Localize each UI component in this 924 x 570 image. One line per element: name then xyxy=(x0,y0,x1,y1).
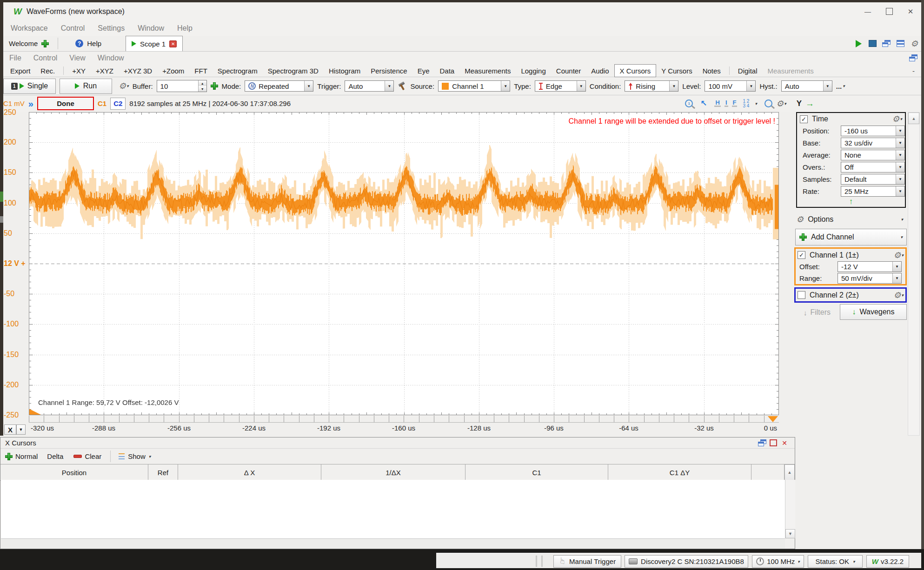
zoom-options-icon[interactable] xyxy=(764,99,772,107)
plot-settings-button[interactable]: ⚙▾ xyxy=(776,99,786,108)
toolbar-y-cursors[interactable]: Y Cursors xyxy=(656,65,697,77)
toolbar-xy[interactable]: +XY xyxy=(67,65,91,77)
y-expand-icon[interactable]: → xyxy=(805,99,814,109)
oversampling-select[interactable]: Off▼ xyxy=(841,162,905,172)
time-checkbox[interactable]: ✓ xyxy=(800,115,808,123)
cascade-windows-button[interactable] xyxy=(879,37,893,50)
tab-help[interactable]: ? Help xyxy=(68,36,109,51)
spinner-up-icon[interactable]: ▲ xyxy=(199,80,206,86)
range-select[interactable]: 50 mV/div▼ xyxy=(838,273,902,284)
toolbar-spectrogram3d[interactable]: Spectrogram 3D xyxy=(263,65,324,77)
quick-measure-numbers-icon[interactable]: 1 2 3 4 xyxy=(741,99,751,108)
freq-measure-icon[interactable]: F xyxy=(732,100,738,107)
horizontal-measure-icon[interactable]: H xyxy=(714,100,720,107)
mode-select[interactable]: N Repeated ▼ xyxy=(245,80,313,92)
version-button[interactable]: W v3.22.2 xyxy=(866,555,909,568)
offset-select[interactable]: -12 V▼ xyxy=(838,261,902,272)
status-button[interactable]: Status: OK ▾ xyxy=(808,555,863,568)
time-settings-button[interactable]: ⚙▾ xyxy=(892,115,902,123)
toolbar-spectrogram[interactable]: Spectrogram xyxy=(213,65,263,77)
minimize-button[interactable]: — xyxy=(857,2,878,20)
run-button[interactable]: Run xyxy=(60,79,112,94)
toolbar-xyz3d[interactable]: +XYZ 3D xyxy=(119,65,157,77)
toolbar-measurements[interactable]: Measurements xyxy=(459,65,516,77)
toolbar-counter[interactable]: Counter xyxy=(551,65,586,77)
toolbar-fft[interactable]: FFT xyxy=(189,65,213,77)
chevron-down-icon[interactable]: ▾ xyxy=(755,101,757,106)
clear-cursors-button[interactable]: Clear xyxy=(71,452,104,460)
add-buffer-icon[interactable] xyxy=(211,82,218,90)
column-delta-x[interactable]: Δ X xyxy=(178,464,321,480)
tab-scope[interactable]: Scope 1 ✕ xyxy=(126,36,183,51)
menu-window[interactable]: Window xyxy=(131,24,171,33)
side-panel-scrollbar[interactable]: ▲ xyxy=(908,112,920,436)
menu-settings[interactable]: Settings xyxy=(91,24,131,33)
toolbar-data[interactable]: Data xyxy=(435,65,460,77)
x-axis-button[interactable]: X xyxy=(4,424,16,435)
show-columns-button[interactable]: Show ▾ xyxy=(117,452,153,460)
menu-workspace[interactable]: Workspace xyxy=(4,24,54,33)
panel-float-button[interactable] xyxy=(757,438,768,448)
scope-menu-window[interactable]: Window xyxy=(92,54,130,62)
expand-icon[interactable]: » xyxy=(28,100,33,107)
toolbar-x-cursors[interactable]: X Cursors xyxy=(614,64,657,77)
add-normal-cursor-button[interactable]: Normal xyxy=(3,452,40,460)
hysteresis-select[interactable]: Auto ▼ xyxy=(781,80,832,92)
toolbar-logging[interactable]: Logging xyxy=(516,65,551,77)
workspace-settings-button[interactable]: ⚙ xyxy=(907,37,921,50)
channel1-settings-button[interactable]: ⚙▾ xyxy=(893,251,904,259)
base-select[interactable]: 32 us/div▼ xyxy=(841,138,905,148)
options-row[interactable]: ⚙ Options ▾ xyxy=(796,213,906,226)
level-select[interactable]: 100 mV ▼ xyxy=(705,80,756,92)
toolbar-notes[interactable]: Notes xyxy=(698,65,726,77)
column-position[interactable]: Position xyxy=(0,464,148,480)
pointer-mode-icon[interactable]: ↖ xyxy=(700,99,707,108)
column-c1[interactable]: C1 xyxy=(465,464,608,480)
type-select[interactable]: Edge ▼ xyxy=(535,80,586,92)
stop-all-button[interactable] xyxy=(865,37,879,50)
source-select[interactable]: Channel 1 ▼ xyxy=(438,80,510,92)
undock-button[interactable] xyxy=(905,53,921,64)
add-channel-button[interactable]: Add Channel ▾ xyxy=(795,229,907,245)
frequency-button[interactable]: 100 MHz ▾ xyxy=(752,555,804,568)
position-select[interactable]: -160 us▼ xyxy=(841,126,905,136)
scope-menu-control[interactable]: Control xyxy=(27,54,64,62)
column-inv-delta-x[interactable]: 1/ΔX xyxy=(321,464,465,480)
samples-select[interactable]: Default▼ xyxy=(841,174,905,185)
trigger-tool-icon[interactable] xyxy=(398,82,406,90)
single-button[interactable]: 1 Single xyxy=(3,79,56,94)
column-c1-delta-y[interactable]: C1 ΔY xyxy=(608,464,751,480)
buffer-spinner[interactable]: 10 ▲ ▼ xyxy=(157,80,207,92)
menu-help[interactable]: Help xyxy=(171,24,199,33)
toolbar-digital[interactable]: Digital xyxy=(733,65,763,77)
close-scope-tab-icon[interactable]: ✕ xyxy=(169,40,177,47)
toolbar-eye[interactable]: Eye xyxy=(412,65,435,77)
close-button[interactable]: ✕ xyxy=(900,2,921,20)
zoom-1x-icon[interactable]: 1 xyxy=(685,99,693,107)
panel-maximize-button[interactable] xyxy=(768,438,779,448)
scope-menu-view[interactable]: View xyxy=(63,54,91,62)
run-all-button[interactable] xyxy=(851,37,865,50)
scroll-up-icon[interactable]: ▲ xyxy=(908,113,919,124)
device-button[interactable]: Discovery2 C SN:210321A190B8 xyxy=(625,555,748,568)
toolbar-zoom[interactable]: +Zoom xyxy=(157,65,189,77)
trigger-position-marker[interactable] xyxy=(768,416,778,422)
spinner-down-icon[interactable]: ▼ xyxy=(199,86,206,92)
manual-trigger-button[interactable]: ☞ Manual Trigger xyxy=(553,555,621,568)
column-ref[interactable]: Ref xyxy=(148,464,178,480)
add-delta-cursor-button[interactable]: Delta xyxy=(42,452,68,460)
c1-toggle[interactable]: C1 xyxy=(98,99,106,107)
table-scroll-down-icon[interactable]: ▼ xyxy=(785,529,795,538)
channel2-settings-button[interactable]: ⚙▾ xyxy=(893,291,904,299)
toolbar-xyz[interactable]: +XYZ xyxy=(91,65,119,77)
wavegens-button[interactable]: ↓ Wavegens xyxy=(840,304,907,320)
toolbar-rec[interactable]: Rec. xyxy=(35,65,60,77)
trigger-select[interactable]: Auto ▼ xyxy=(345,80,394,92)
vertical-measure-icon[interactable]: I xyxy=(725,100,728,107)
toolbar-collapse[interactable]: - xyxy=(912,67,915,75)
channel2-checkbox[interactable] xyxy=(798,291,805,299)
table-hscrollbar[interactable] xyxy=(1,538,785,549)
c2-toggle[interactable]: C2 xyxy=(110,98,126,110)
maximize-button[interactable] xyxy=(878,2,900,20)
x-cursors-table-body[interactable] xyxy=(1,480,785,538)
